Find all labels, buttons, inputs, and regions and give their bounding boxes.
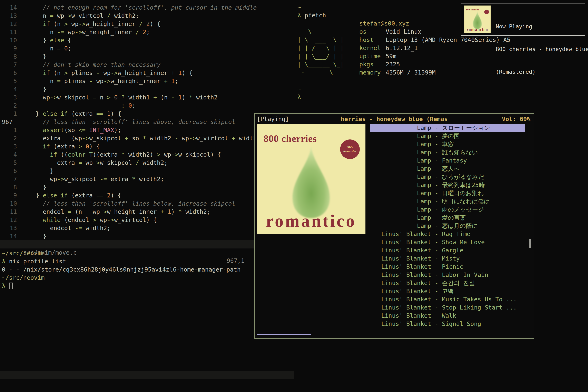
playlist-artist: Lamp — [370, 124, 431, 132]
line-number: 967 — [0, 118, 22, 126]
line-number: 6 — [0, 167, 22, 175]
playlist[interactable]: Lamp - スローモーションLamp - 夢の国Lamp - 車窓Lamp -… — [370, 124, 525, 328]
line-number: 10 — [0, 200, 22, 208]
playlist-title: 恋人へ — [442, 164, 525, 173]
playlist-title: Signal Song — [442, 320, 525, 328]
playlist-item[interactable]: Lamp - 誰も知らない — [370, 148, 525, 156]
playlist-item[interactable]: Linus' Blanket - Misty — [370, 254, 525, 262]
playlist-item[interactable]: Lamp - 最終列車は25時 — [370, 181, 525, 189]
playlist-title: Gargle — [442, 246, 525, 254]
playlist-artist: Lamp — [370, 189, 431, 197]
playlist-artist: Linus' Blanket — [370, 230, 431, 238]
playlist-item[interactable]: Linus' Blanket - 고백 — [370, 287, 525, 295]
playlist-title: Misty — [442, 254, 525, 262]
code-line: 2 : 0; — [0, 102, 294, 110]
playlist-item[interactable]: Lamp - 愛の言葉 — [370, 214, 525, 222]
playlist-item[interactable]: Lamp - ひろがるなみだ — [370, 173, 525, 181]
playlist-item[interactable]: Linus' Blanket - Music Takes Us To ... — [370, 295, 525, 304]
terminal-cursor — [9, 282, 13, 289]
line-number: 9 — [0, 191, 22, 200]
playlist-artist: Lamp — [370, 156, 431, 164]
playlist-separator: - — [431, 132, 442, 140]
playlist-item[interactable]: Lamp - 恋人へ — [370, 164, 525, 173]
playlist-artist: Lamp — [370, 197, 431, 206]
terminal-line: ~/src/neovim — [0, 274, 294, 282]
playlist-item[interactable]: Lamp - 恋は月の蔭に — [370, 222, 525, 230]
desktop: 14 // not enough room for 'scrolloff', p… — [0, 0, 588, 392]
pfetch-label: uptime — [359, 52, 386, 60]
playlist-item[interactable]: Linus' Blanket - Gargle — [370, 246, 525, 254]
playlist-item[interactable]: Linus' Blanket - 순간의 진실 — [370, 279, 525, 287]
playlist-artist: Linus' Blanket — [370, 279, 431, 287]
pfetch-label: os — [359, 28, 386, 36]
code-line: 4 } — [0, 85, 294, 93]
code-buffer[interactable]: 14 // not enough room for 'scrolloff', p… — [0, 4, 294, 240]
pfetch-value: 2325 — [386, 61, 400, 68]
terminal-line: λ — [0, 282, 294, 290]
playlist-item[interactable]: Lamp - Fantasy — [370, 156, 525, 164]
playlist-separator: - — [431, 254, 442, 262]
playlist-item[interactable]: Linus' Blanket - Picnic — [370, 262, 525, 271]
code-line: 12 if (n > wp->w_height_inner / 2) { — [0, 20, 294, 28]
playlist-separator: - — [431, 279, 442, 287]
playlist-item[interactable]: Lamp - 車窓 — [370, 140, 525, 148]
progress-bar[interactable] — [257, 334, 311, 335]
playlist-item[interactable]: Linus' Blanket - Stop Liking Start ... — [370, 304, 525, 312]
scrollbar-thumb[interactable] — [530, 239, 531, 248]
code-line: 8 } — [0, 183, 294, 191]
pfetch-value: 4356M / 31399M — [386, 69, 436, 76]
playlist-item[interactable]: Lamp - 明日になれば僕は — [370, 197, 525, 206]
terminal-line: λ nix profile list — [0, 257, 294, 266]
playlist-item[interactable]: Lamp - 雨のメッセージ — [370, 206, 525, 214]
pfetch-label: pkgs — [359, 60, 386, 68]
playlist-artist: Linus' Blanket — [370, 287, 431, 295]
playlist-item[interactable]: Linus' Blanket - Walk — [370, 312, 525, 320]
playlist-artist: Lamp — [370, 214, 431, 222]
playlist-artist: Lamp — [370, 206, 431, 214]
music-player-window[interactable]: [Playing] herries - honeydew blue (Remas… — [254, 113, 534, 339]
playlist-artist: Linus' Blanket — [370, 295, 431, 304]
album-title-text: romantico — [257, 211, 365, 231]
notification-text: Now Playing 800 cherries - honeydew blue… — [496, 8, 588, 91]
code-line: 6 } — [0, 167, 294, 175]
now-playing-notification[interactable]: 800 cherries 2022 Remaster romantico Now… — [460, 3, 585, 36]
playlist-item[interactable]: Lamp - スローモーション — [370, 124, 525, 132]
line-number: 6 — [0, 69, 22, 77]
album-art-thumbnail: 800 cherries 2022 Remaster romantico — [464, 6, 490, 33]
line-number: 8 — [0, 183, 22, 191]
line-number: 7 — [0, 175, 22, 183]
playlist-separator: - — [431, 197, 442, 206]
playlist-item[interactable]: Linus' Blanket - Show Me Love — [370, 238, 525, 246]
playlist-title: 순간의 진실 — [442, 279, 525, 287]
player-volume: Vol: 69% — [502, 115, 530, 123]
playlist-separator: - — [431, 124, 442, 132]
playlist-separator: - — [431, 181, 442, 189]
playlist-title: 愛の言葉 — [442, 214, 525, 222]
playlist-title: Stop Liking Start ... — [442, 304, 525, 312]
playlist-title: 車窓 — [442, 140, 525, 148]
code-line: 967 // less than 'scrolloff' lines above… — [0, 118, 294, 126]
album-artist-text: 800 cherries — [264, 133, 317, 144]
playlist-title: Music Takes Us To ... — [442, 295, 525, 304]
line-number: 10 — [0, 36, 22, 44]
playlist-artist: Linus' Blanket — [370, 254, 431, 262]
playlist-item[interactable]: Linus' Blanket - Signal Song — [370, 320, 525, 328]
code-line: 14 } — [0, 232, 294, 240]
playlist-item[interactable]: Linus' Blanket - Labor In Vain — [370, 271, 525, 279]
playlist-separator: - — [431, 189, 442, 197]
code-line: 4 if ((colnr_T)(extra * width2) > wp->w_… — [0, 150, 294, 159]
neovim-pane[interactable]: 14 // not enough room for 'scrolloff', p… — [0, 0, 294, 392]
playlist-item[interactable]: Lamp - 日曜日のお別れ — [370, 189, 525, 197]
line-number: 1 — [0, 110, 22, 118]
playlist-item[interactable]: Lamp - 夢の国 — [370, 132, 525, 140]
playlist-separator: - — [431, 164, 442, 173]
terminal-buffer[interactable]: ~/src/neovimλ nix profile list0 - - /nix… — [0, 249, 294, 290]
line-number: 13 — [0, 12, 22, 20]
playlist-item[interactable]: Linus' Blanket - Rag Time — [370, 230, 525, 238]
playlist-artist: Linus' Blanket — [370, 262, 431, 271]
album-art: 800 cherries 2022 Remaster romantico — [257, 124, 366, 234]
playlist-separator: - — [431, 312, 442, 320]
code-line: 7 wp->w_skipcol -= extra * width2; — [0, 175, 294, 183]
playlist-title: 最終列車は25時 — [442, 181, 525, 189]
playlist-title: 明日になれば僕は — [442, 197, 525, 206]
